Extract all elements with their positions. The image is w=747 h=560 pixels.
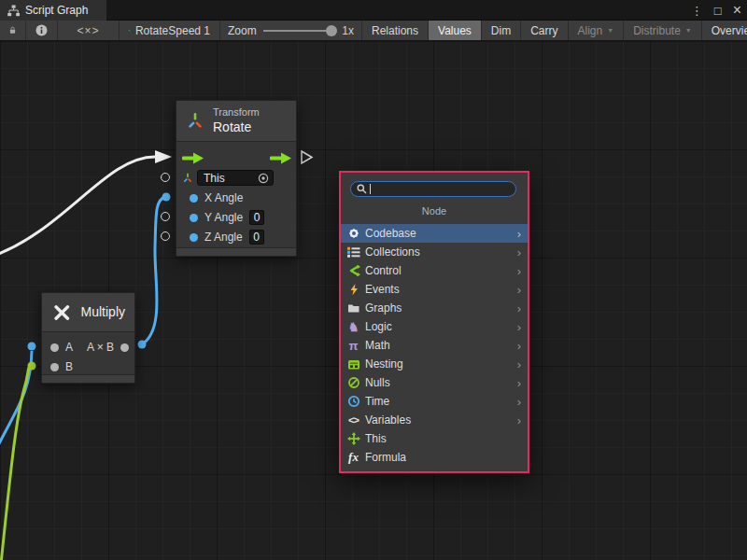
port-label-a: A [65,341,73,354]
flow-output-triangle[interactable] [302,151,312,163]
node-category: Transform [213,106,260,119]
clock-icon [346,395,360,408]
finder-item-control[interactable]: Control › [341,261,528,280]
this-object-field[interactable]: This [197,170,274,186]
lock-button[interactable] [0,21,26,40]
flow-input-arrow-icon[interactable] [182,152,204,164]
port-dot-a[interactable] [50,343,59,352]
port-endpoint[interactable] [138,341,147,349]
graph-toolbar: <×> RotateSpeed 1 Zoom 1x Relations Valu… [0,21,747,41]
input-row-z: Z Angle 0 [190,229,264,245]
zoom-slider[interactable] [263,30,336,32]
finder-item-codebase[interactable]: Codebase › [341,224,528,243]
graph-node-icon [129,25,131,36]
port-dot-x[interactable] [190,194,198,203]
finder-item-variables[interactable]: <> Variables › [341,411,528,429]
carry-toggle[interactable]: Carry [521,21,568,40]
values-toggle[interactable]: Values [429,21,482,40]
finder-item-graphs[interactable]: Graphs › [341,299,528,317]
dim-toggle[interactable]: Dim [482,21,521,40]
object-picker-icon[interactable] [258,173,269,184]
window-menu-button[interactable]: ⋮ [691,5,703,17]
port-label-x: X Angle [204,191,243,204]
flow-row [182,147,292,169]
window-close-button[interactable]: × [733,3,741,18]
transform-axes-mini-icon [182,173,193,184]
port-dot-y[interactable] [190,214,198,222]
finder-item-this[interactable]: This [341,429,528,448]
lightning-icon [346,283,360,296]
pi-icon: π [346,339,360,352]
node-header[interactable]: Multiply [42,293,134,332]
search-input[interactable] [374,183,510,196]
chevron-right-icon: › [517,302,521,315]
fuzzy-finder-popup: Node Codebase › Collections › [339,171,529,473]
finder-item-math[interactable]: π Math › [341,336,528,355]
node-title: Rotate [213,119,260,136]
port-this[interactable] [161,173,170,182]
port-dot-out[interactable] [120,343,129,352]
node-header[interactable]: Transform Rotate [176,101,296,142]
port-label-z: Z Angle [204,231,243,244]
io-row-b: B [50,358,73,375]
chevron-right-icon: › [517,284,521,296]
finder-header: Node [341,197,528,224]
finder-item-events[interactable]: Events › [341,280,528,299]
port-dot-z[interactable] [190,233,198,242]
finder-item-collections[interactable]: Collections › [341,243,528,261]
chevron-right-icon: › [517,228,521,240]
list-icon [346,245,360,259]
graph-canvas[interactable]: Transform Rotate This [0,41,747,560]
finder-item-formula[interactable]: fx Formula [341,448,528,467]
port-y-angle[interactable] [161,212,170,221]
finder-item-nulls[interactable]: Nulls › [341,373,528,392]
finder-item-nesting[interactable]: Nesting › [341,355,528,373]
node-transform-rotate[interactable]: Transform Rotate This [176,100,297,257]
chevron-right-icon: › [517,377,521,389]
input-row-x: X Angle [190,189,243,206]
value-preview-button[interactable]: <×> [58,21,120,40]
distribute-dropdown[interactable]: Distribute ▼ [624,21,702,40]
zoom-slider-knob[interactable] [326,25,337,36]
port-endpoint[interactable] [28,343,36,351]
search-field[interactable] [350,181,516,197]
transform-axes-icon [186,112,204,131]
zoom-label: Zoom [228,24,257,37]
finder-item-time[interactable]: Time › [341,392,528,411]
y-value-field[interactable]: 0 [249,210,264,225]
zoom-value: 1x [342,24,354,37]
this-field-value: This [204,172,225,185]
flow-wire[interactable] [0,157,155,258]
flow-output-arrow-icon[interactable] [270,152,292,164]
folder-icon [346,301,360,315]
chevron-down-icon: ▼ [607,27,613,34]
align-dropdown[interactable]: Align ▼ [569,21,625,40]
node-title: Multiply [81,304,125,321]
graph-breadcrumb[interactable]: RotateSpeed 1 [120,21,220,40]
chevron-right-icon: › [517,358,521,371]
finder-item-logic[interactable]: ♞ Logic › [341,317,528,336]
value-wire-green-b[interactable] [1,366,31,560]
port-label-out: A × B [79,341,114,354]
relations-toggle[interactable]: Relations [362,21,429,40]
info-button[interactable] [26,21,58,40]
input-row-y: Y Angle 0 [190,209,264,226]
z-value-field[interactable]: 0 [249,230,264,245]
breadcrumb-label: RotateSpeed 1 [135,24,210,37]
gear-icon [346,227,360,240]
port-label-y: Y Angle [204,211,243,224]
chevron-right-icon: › [517,414,521,427]
node-multiply[interactable]: Multiply A A × B B [41,292,135,384]
tab-script-graph[interactable]: Script Graph [0,0,106,21]
chevron-right-icon: › [517,340,521,352]
window-maximize-button[interactable]: □ [714,5,722,17]
value-wire-blue-a[interactable] [0,351,32,457]
port-dot-b[interactable] [50,363,59,371]
port-endpoint[interactable] [28,362,36,371]
overview-button[interactable]: Overview [702,21,747,40]
port-endpoint[interactable] [162,193,171,202]
multiply-x-icon [51,301,73,324]
port-label-b: B [65,360,73,373]
chevron-right-icon: › [517,246,521,259]
port-z-angle[interactable] [161,231,170,241]
